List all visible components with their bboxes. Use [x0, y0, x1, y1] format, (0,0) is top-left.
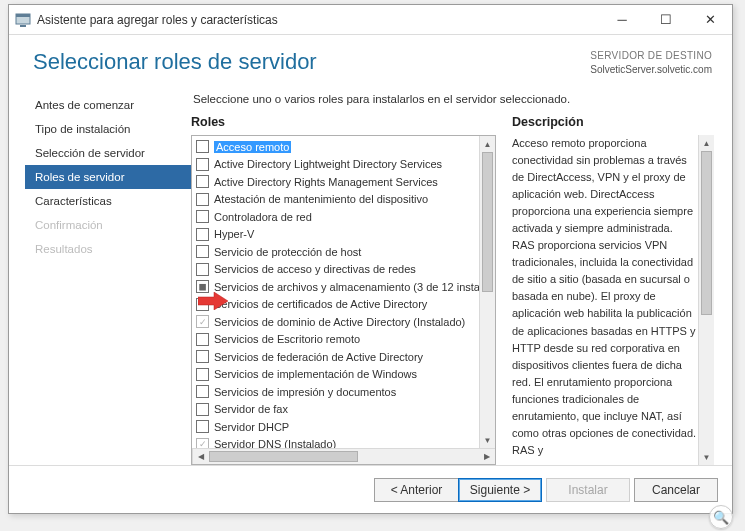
scroll-up-icon[interactable]: ▲: [699, 135, 714, 151]
checkbox[interactable]: [196, 245, 209, 258]
maximize-button[interactable]: ☐: [644, 5, 688, 35]
role-label: Active Directory Rights Management Servi…: [214, 176, 438, 188]
roles-horizontal-scrollbar[interactable]: ◀ ▶: [192, 448, 495, 464]
role-item[interactable]: Servicios de Escritorio remoto: [196, 331, 479, 349]
checkbox[interactable]: [196, 333, 209, 346]
step-0[interactable]: Antes de comenzar: [31, 93, 191, 117]
role-item[interactable]: Servidor de fax: [196, 401, 479, 419]
role-item[interactable]: Servicios de federación de Active Direct…: [196, 348, 479, 366]
checkbox[interactable]: [196, 298, 209, 311]
roles-vertical-scrollbar[interactable]: ▲ ▼: [479, 136, 495, 448]
scroll-down-icon[interactable]: ▼: [480, 432, 495, 448]
checkbox[interactable]: [196, 350, 209, 363]
step-2[interactable]: Selección de servidor: [31, 141, 191, 165]
expand-icon[interactable]: ■: [196, 280, 209, 293]
wizard-steps: Antes de comenzarTipo de instalaciónSele…: [31, 87, 191, 465]
role-item[interactable]: Servicios de implementación de Windows: [196, 366, 479, 384]
role-item: Servidor DNS (Instalado): [196, 436, 479, 449]
step-4[interactable]: Características: [31, 189, 191, 213]
role-label: Hyper-V: [214, 228, 254, 240]
role-label: Servicios de acceso y directivas de rede…: [214, 263, 416, 275]
checkbox[interactable]: [196, 158, 209, 171]
scroll-down-icon[interactable]: ▼: [699, 449, 714, 465]
scroll-up-icon[interactable]: ▲: [480, 136, 495, 152]
scroll-right-icon[interactable]: ▶: [479, 449, 495, 464]
role-label: Servicios de implementación de Windows: [214, 368, 417, 380]
app-icon: [15, 12, 31, 28]
checkbox[interactable]: [196, 140, 209, 153]
role-label: Atestación de mantenimiento del disposit…: [214, 193, 428, 205]
scrollbar-thumb[interactable]: [482, 152, 493, 292]
window-title: Asistente para agregar roles y caracterí…: [37, 13, 278, 27]
scrollbar-thumb[interactable]: [701, 151, 712, 315]
next-button[interactable]: Siguiente >: [458, 478, 542, 502]
checkbox: [196, 315, 209, 328]
role-item[interactable]: Acceso remoto: [196, 138, 479, 156]
checkbox: [196, 438, 209, 448]
cancel-button[interactable]: Cancelar: [634, 478, 718, 502]
role-label: Servicios de dominio de Active Directory…: [214, 316, 465, 328]
window-controls: ─ ☐ ✕: [600, 5, 732, 35]
role-label: Acceso remoto: [214, 141, 291, 153]
step-1[interactable]: Tipo de instalación: [31, 117, 191, 141]
destination-info: SERVIDOR DE DESTINO SolveticServer.solve…: [590, 49, 712, 77]
destination-server: SolveticServer.solvetic.com: [590, 63, 712, 77]
titlebar: Asistente para agregar roles y caracterí…: [9, 5, 732, 35]
role-item[interactable]: Servidor DHCP: [196, 418, 479, 436]
role-label: Active Directory Lightweight Directory S…: [214, 158, 442, 170]
step-3[interactable]: Roles de servidor: [25, 165, 191, 189]
checkbox[interactable]: [196, 228, 209, 241]
role-item[interactable]: Atestación de mantenimiento del disposit…: [196, 191, 479, 209]
step-6: Resultados: [31, 237, 191, 261]
role-item[interactable]: Controladora de red: [196, 208, 479, 226]
role-label: Servidor de fax: [214, 403, 288, 415]
checkbox[interactable]: [196, 420, 209, 433]
svg-rect-2: [20, 25, 26, 27]
role-label: Servicios de federación de Active Direct…: [214, 351, 423, 363]
magnifier-icon: 🔍: [709, 505, 733, 529]
roles-listbox[interactable]: Acceso remotoActive Directory Lightweigh…: [191, 135, 496, 465]
checkbox[interactable]: [196, 368, 209, 381]
close-button[interactable]: ✕: [688, 5, 732, 35]
role-label: Servicio de protección de host: [214, 246, 361, 258]
role-item[interactable]: Servicio de protección de host: [196, 243, 479, 261]
scrollbar-thumb[interactable]: [209, 451, 358, 462]
role-item[interactable]: Servicios de certificados de Active Dire…: [196, 296, 479, 314]
checkbox[interactable]: [196, 210, 209, 223]
install-button[interactable]: Instalar: [546, 478, 630, 502]
previous-button[interactable]: < Anterior: [374, 478, 458, 502]
role-label: Servicios de certificados de Active Dire…: [214, 298, 427, 310]
role-label: Servicios de Escritorio remoto: [214, 333, 360, 345]
role-label: Servicios de archivos y almacenamiento (…: [214, 281, 479, 293]
role-label: Servidor DHCP: [214, 421, 289, 433]
instruction-text: Seleccione uno o varios roles para insta…: [191, 87, 714, 115]
page-title: Seleccionar roles de servidor: [33, 49, 317, 75]
svg-rect-1: [16, 14, 30, 17]
role-label: Controladora de red: [214, 211, 312, 223]
checkbox[interactable]: [196, 175, 209, 188]
role-item[interactable]: Servicios de acceso y directivas de rede…: [196, 261, 479, 279]
role-item[interactable]: Active Directory Lightweight Directory S…: [196, 156, 479, 174]
checkbox[interactable]: [196, 385, 209, 398]
minimize-button[interactable]: ─: [600, 5, 644, 35]
description-text: Acceso remoto proporciona conectividad s…: [512, 135, 698, 465]
role-item[interactable]: ■Servicios de archivos y almacenamiento …: [196, 278, 479, 296]
checkbox[interactable]: [196, 403, 209, 416]
wizard-header: Seleccionar roles de servidor SERVIDOR D…: [9, 35, 732, 87]
scroll-left-icon[interactable]: ◀: [193, 449, 209, 464]
description-heading: Descripción: [512, 115, 714, 129]
checkbox[interactable]: [196, 263, 209, 276]
roles-heading: Roles: [191, 115, 496, 129]
role-label: Servidor DNS (Instalado): [214, 438, 336, 448]
wizard-window: Asistente para agregar roles y caracterí…: [8, 4, 733, 514]
checkbox[interactable]: [196, 193, 209, 206]
role-item[interactable]: Servicios de impresión y documentos: [196, 383, 479, 401]
description-vertical-scrollbar[interactable]: ▲ ▼: [698, 135, 714, 465]
destination-label: SERVIDOR DE DESTINO: [590, 49, 712, 63]
role-item[interactable]: Hyper-V: [196, 226, 479, 244]
wizard-footer: < Anterior Siguiente > Instalar Cancelar: [9, 465, 732, 513]
step-5: Confirmación: [31, 213, 191, 237]
role-label: Servicios de impresión y documentos: [214, 386, 396, 398]
role-item[interactable]: Active Directory Rights Management Servi…: [196, 173, 479, 191]
role-item: Servicios de dominio de Active Directory…: [196, 313, 479, 331]
